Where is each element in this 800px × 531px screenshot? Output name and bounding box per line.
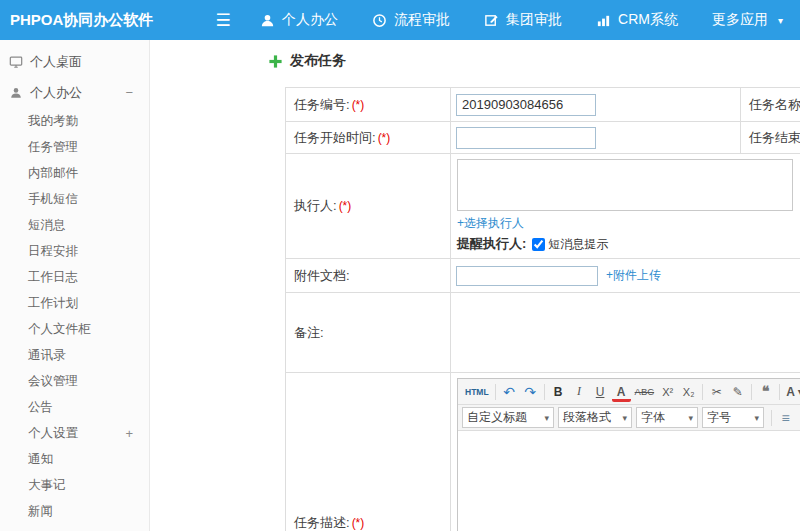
underline-button[interactable]: U [591, 382, 610, 402]
attachment-label: 附件文档: [286, 259, 451, 293]
toolbar-separator [771, 410, 772, 426]
font-color-button[interactable]: A [612, 385, 631, 402]
top-menu-label: 流程审批 [394, 11, 450, 29]
sidebar-item-label: 个人桌面 [30, 53, 82, 71]
task-form: 任务编号:(*) 任务名称:(*) 任务开始时间:(*) 任务结束时间:(*) … [285, 87, 800, 531]
user-icon [260, 13, 275, 28]
sidebar-item-internal-mail[interactable]: 内部邮件 [0, 160, 149, 186]
sidebar-item-task-management[interactable]: 任务管理 [0, 134, 149, 160]
editor-toolbar-row2: 自定义标题▾ 段落格式▾ 字体▾ 字号▾ ≡ ≡ ≡ [458, 405, 800, 431]
group-approval-icon [484, 13, 499, 28]
required-marker: (*) [378, 131, 391, 145]
font-style-dropdown-button[interactable]: A ▾ [784, 382, 800, 402]
executor-textarea[interactable] [457, 159, 793, 211]
add-icon [268, 54, 283, 69]
sidebar-item-mobile-sms[interactable]: 手机短信 [0, 186, 149, 212]
sidebar: 个人桌面 个人办公 − 我的考勤 任务管理 内部邮件 手机短信 短消息 日程安排… [0, 40, 150, 531]
desktop-icon [9, 55, 23, 69]
attachment-input[interactable] [456, 266, 598, 286]
sidebar-item-milestones[interactable]: 大事记 [0, 472, 149, 498]
font-size-select[interactable]: 字号▾ [702, 407, 764, 428]
sidebar-item-contacts[interactable]: 通讯录 [0, 342, 149, 368]
description-label: 任务描述:(*) [286, 373, 451, 531]
start-time-label: 任务开始时间:(*) [286, 122, 451, 154]
superscript-button[interactable]: X² [658, 382, 677, 402]
toolbar-separator [751, 384, 752, 400]
sms-remind-checkbox[interactable] [532, 238, 545, 251]
top-menu-more-apps[interactable]: 更多应用 ▾ [695, 0, 800, 40]
app-brand: PHPOA协同办公软件 [0, 11, 153, 30]
task-no-label: 任务编号:(*) [286, 88, 451, 122]
topbar: PHPOA协同办公软件 ☰ 个人办公 流程审批 集团审批 CRM系统 [0, 0, 800, 40]
sidebar-item-short-message[interactable]: 短消息 [0, 212, 149, 238]
sidebar-item-schedule[interactable]: 日程安排 [0, 238, 149, 264]
remark-label: 备注: [286, 293, 451, 373]
align-left-button[interactable]: ≡ [776, 408, 795, 428]
sidebar-item-meeting[interactable]: 会议管理 [0, 368, 149, 394]
crm-chart-icon [596, 13, 611, 28]
required-marker: (*) [352, 98, 365, 112]
collapse-icon[interactable]: − [125, 85, 133, 100]
subscript-button[interactable]: X₂ [679, 382, 698, 402]
custom-heading-select[interactable]: 自定义标题▾ [462, 407, 554, 428]
top-menu-crm[interactable]: CRM系统 [579, 0, 695, 40]
top-menu-label: 集团审批 [506, 11, 562, 29]
sidebar-item-desktop[interactable]: 个人桌面 [0, 46, 149, 77]
top-menu-label: CRM系统 [618, 11, 678, 29]
remove-format-button[interactable]: ✂ [707, 382, 726, 402]
sidebar-group-personal-office[interactable]: 个人办公 − [0, 77, 149, 108]
top-menu-process-approval[interactable]: 流程审批 [355, 0, 467, 40]
form-row-task-no: 任务编号:(*) 任务名称:(*) [286, 88, 800, 122]
form-row-remark: 备注: [286, 293, 800, 373]
caret-down-icon: ▾ [544, 413, 549, 423]
redo-button[interactable]: ↷ [521, 382, 540, 402]
sidebar-item-work-log[interactable]: 工作日志 [0, 264, 149, 290]
top-menu-personal-office[interactable]: 个人办公 [243, 0, 355, 40]
choose-executor-link[interactable]: +选择执行人 [457, 215, 524, 232]
toolbar-separator [544, 384, 545, 400]
sidebar-item-file-cabinet[interactable]: 个人文件柜 [0, 316, 149, 342]
executor-label: 执行人:(*) [286, 154, 451, 259]
undo-button[interactable]: ↶ [500, 382, 519, 402]
top-menu: 个人办公 流程审批 集团审批 CRM系统 更多应用 ▾ [243, 0, 800, 40]
form-row-time: 任务开始时间:(*) 任务结束时间:(*) [286, 122, 800, 154]
sidebar-item-news[interactable]: 新闻 [0, 498, 149, 524]
caret-down-icon: ▾ [778, 15, 783, 26]
hamburger-menu-icon[interactable]: ☰ [211, 10, 235, 31]
rich-text-editor: HTML ↶ ↷ B I U A ABC X² X₂ ✂ [457, 378, 800, 531]
attachment-upload-link[interactable]: +附件上传 [606, 267, 661, 284]
sms-remind-label: 短消息提示 [548, 236, 608, 253]
task-no-input[interactable] [456, 94, 596, 116]
editor-content-area[interactable] [458, 431, 800, 531]
top-menu-group-approval[interactable]: 集团审批 [467, 0, 579, 40]
toolbar-separator [702, 384, 703, 400]
toolbar-separator [779, 384, 780, 400]
form-row-executor: 执行人:(*) +选择执行人 提醒执行人: 短消息提示 [286, 154, 800, 259]
sidebar-item-announcement[interactable]: 公告 [0, 394, 149, 420]
sidebar-item-work-plan[interactable]: 工作计划 [0, 290, 149, 316]
sidebar-item-notice[interactable]: 通知 [0, 446, 149, 472]
strikethrough-button[interactable]: ABC [633, 382, 657, 402]
sidebar-item-settings[interactable]: 个人设置 + [0, 420, 149, 446]
toolbar-separator [495, 384, 496, 400]
paragraph-format-select[interactable]: 段落格式▾ [558, 407, 632, 428]
sidebar-item-attendance[interactable]: 我的考勤 [0, 108, 149, 134]
page-title: 发布任务 [290, 52, 346, 70]
font-family-select[interactable]: 字体▾ [636, 407, 698, 428]
start-time-input[interactable] [456, 127, 596, 149]
top-menu-label: 更多应用 [712, 11, 768, 29]
html-source-button[interactable]: HTML [463, 382, 491, 402]
caret-down-icon: ▾ [688, 413, 693, 423]
format-brush-button[interactable]: ✎ [728, 382, 747, 402]
italic-button[interactable]: I [570, 382, 589, 402]
blockquote-button[interactable]: ❝ [756, 382, 775, 402]
task-name-label: 任务名称:(*) [741, 88, 800, 122]
required-marker: (*) [339, 199, 352, 213]
caret-down-icon: ▾ [754, 413, 759, 423]
sidebar-group-label: 个人办公 [30, 84, 82, 102]
bold-button[interactable]: B [549, 382, 568, 402]
remind-executor-label: 提醒执行人: [457, 235, 526, 253]
form-row-attachment: 附件文档: +附件上传 [286, 259, 800, 293]
remark-textarea[interactable] [451, 293, 800, 373]
expand-icon[interactable]: + [125, 426, 133, 441]
